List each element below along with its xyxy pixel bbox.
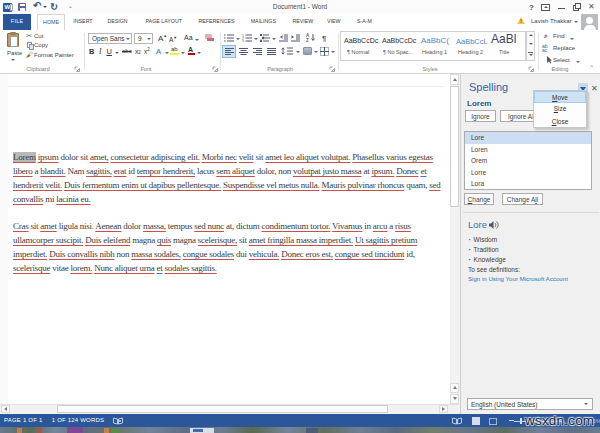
svg-text:Z: Z [306,38,309,43]
svg-text:3: 3 [242,40,244,42]
